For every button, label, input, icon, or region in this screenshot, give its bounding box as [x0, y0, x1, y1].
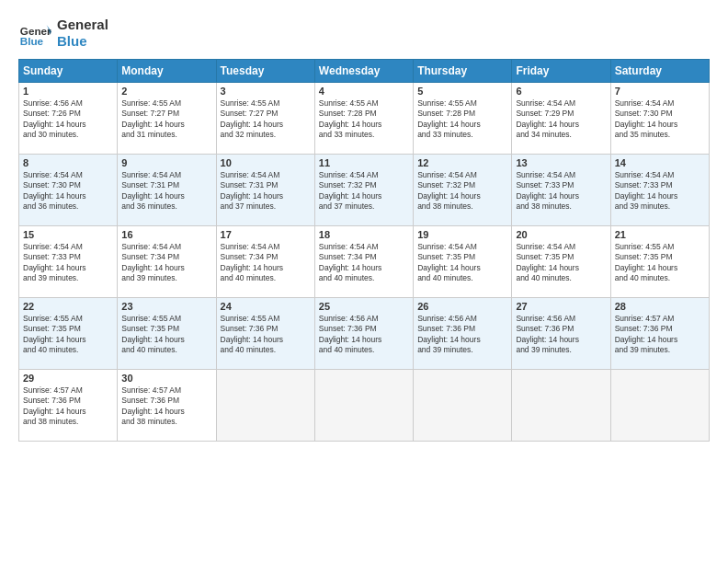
calendar-cell: 6Sunrise: 4:54 AM Sunset: 7:29 PM Daylig…	[512, 83, 610, 155]
weekday-header-friday: Friday	[512, 60, 610, 83]
cell-text: Sunrise: 4:57 AM Sunset: 7:36 PM Dayligh…	[23, 385, 113, 428]
weekday-header-saturday: Saturday	[610, 60, 709, 83]
svg-text:Blue: Blue	[20, 35, 44, 47]
calendar-cell: 21Sunrise: 4:55 AM Sunset: 7:35 PM Dayli…	[610, 226, 709, 298]
cell-text: Sunrise: 4:55 AM Sunset: 7:27 PM Dayligh…	[121, 98, 211, 141]
cell-text: Sunrise: 4:54 AM Sunset: 7:33 PM Dayligh…	[516, 170, 606, 213]
day-number: 14	[615, 157, 705, 168]
cell-text: Sunrise: 4:54 AM Sunset: 7:34 PM Dayligh…	[221, 242, 311, 284]
day-number: 11	[319, 157, 409, 168]
cell-text: Sunrise: 4:56 AM Sunset: 7:36 PM Dayligh…	[319, 314, 409, 356]
day-number: 6	[516, 86, 606, 97]
calendar-cell: 28Sunrise: 4:57 AM Sunset: 7:36 PM Dayli…	[610, 298, 709, 370]
cell-text: Sunrise: 4:54 AM Sunset: 7:29 PM Dayligh…	[516, 98, 606, 141]
calendar-cell: 4Sunrise: 4:55 AM Sunset: 7:28 PM Daylig…	[314, 83, 413, 155]
day-number: 5	[417, 86, 507, 97]
calendar-cell: 26Sunrise: 4:56 AM Sunset: 7:36 PM Dayli…	[414, 298, 512, 370]
calendar-week-3: 15Sunrise: 4:54 AM Sunset: 7:33 PM Dayli…	[19, 226, 710, 298]
calendar-cell: 2Sunrise: 4:55 AM Sunset: 7:27 PM Daylig…	[118, 83, 216, 155]
day-number: 3	[221, 86, 311, 97]
calendar-cell: 29Sunrise: 4:57 AM Sunset: 7:36 PM Dayli…	[19, 370, 118, 442]
header: General Blue General Blue	[18, 17, 710, 50]
calendar-cell: 3Sunrise: 4:55 AM Sunset: 7:27 PM Daylig…	[216, 83, 314, 155]
day-number: 16	[121, 229, 211, 240]
day-number: 23	[121, 301, 211, 312]
calendar-cell	[610, 370, 709, 442]
weekday-header-row: SundayMondayTuesdayWednesdayThursdayFrid…	[19, 60, 710, 83]
day-number: 1	[23, 86, 113, 97]
cell-text: Sunrise: 4:54 AM Sunset: 7:34 PM Dayligh…	[121, 242, 211, 284]
calendar-cell: 5Sunrise: 4:55 AM Sunset: 7:28 PM Daylig…	[414, 83, 512, 155]
day-number: 20	[516, 229, 606, 240]
logo-text: General Blue	[57, 17, 108, 50]
page: General Blue General Blue SundayMondayTu…	[0, 0, 728, 563]
calendar-cell: 24Sunrise: 4:55 AM Sunset: 7:36 PM Dayli…	[216, 298, 314, 370]
cell-text: Sunrise: 4:55 AM Sunset: 7:36 PM Dayligh…	[221, 314, 311, 356]
cell-text: Sunrise: 4:54 AM Sunset: 7:35 PM Dayligh…	[417, 242, 507, 284]
day-number: 27	[516, 301, 606, 312]
weekday-header-wednesday: Wednesday	[314, 60, 413, 83]
calendar-cell: 13Sunrise: 4:54 AM Sunset: 7:33 PM Dayli…	[512, 155, 610, 226]
calendar-week-5: 29Sunrise: 4:57 AM Sunset: 7:36 PM Dayli…	[19, 370, 710, 442]
calendar-cell	[414, 370, 512, 442]
calendar-cell: 10Sunrise: 4:54 AM Sunset: 7:31 PM Dayli…	[216, 155, 314, 226]
calendar-cell: 14Sunrise: 4:54 AM Sunset: 7:33 PM Dayli…	[610, 155, 709, 226]
calendar-cell	[512, 370, 610, 442]
calendar-cell: 19Sunrise: 4:54 AM Sunset: 7:35 PM Dayli…	[414, 226, 512, 298]
day-number: 12	[417, 157, 507, 168]
calendar-cell: 30Sunrise: 4:57 AM Sunset: 7:36 PM Dayli…	[118, 370, 216, 442]
cell-text: Sunrise: 4:55 AM Sunset: 7:35 PM Dayligh…	[121, 314, 211, 356]
day-number: 28	[615, 301, 705, 312]
cell-text: Sunrise: 4:54 AM Sunset: 7:32 PM Dayligh…	[417, 170, 507, 213]
day-number: 10	[221, 157, 311, 168]
day-number: 7	[615, 86, 705, 97]
cell-text: Sunrise: 4:54 AM Sunset: 7:33 PM Dayligh…	[615, 170, 705, 213]
day-number: 24	[221, 301, 311, 312]
cell-text: Sunrise: 4:56 AM Sunset: 7:36 PM Dayligh…	[516, 314, 606, 356]
calendar-week-2: 8Sunrise: 4:54 AM Sunset: 7:30 PM Daylig…	[19, 155, 710, 226]
weekday-header-sunday: Sunday	[19, 60, 118, 83]
day-number: 4	[319, 86, 409, 97]
cell-text: Sunrise: 4:56 AM Sunset: 7:36 PM Dayligh…	[417, 314, 507, 356]
calendar-cell: 7Sunrise: 4:54 AM Sunset: 7:30 PM Daylig…	[610, 83, 709, 155]
day-number: 15	[23, 229, 113, 240]
calendar-cell: 11Sunrise: 4:54 AM Sunset: 7:32 PM Dayli…	[314, 155, 413, 226]
calendar-cell: 23Sunrise: 4:55 AM Sunset: 7:35 PM Dayli…	[118, 298, 216, 370]
calendar-cell: 22Sunrise: 4:55 AM Sunset: 7:35 PM Dayli…	[19, 298, 118, 370]
calendar-cell: 9Sunrise: 4:54 AM Sunset: 7:31 PM Daylig…	[118, 155, 216, 226]
cell-text: Sunrise: 4:55 AM Sunset: 7:28 PM Dayligh…	[319, 98, 409, 141]
calendar-cell	[314, 370, 413, 442]
cell-text: Sunrise: 4:55 AM Sunset: 7:35 PM Dayligh…	[23, 314, 113, 356]
day-number: 18	[319, 229, 409, 240]
cell-text: Sunrise: 4:54 AM Sunset: 7:31 PM Dayligh…	[221, 170, 311, 213]
cell-text: Sunrise: 4:57 AM Sunset: 7:36 PM Dayligh…	[615, 314, 705, 356]
cell-text: Sunrise: 4:55 AM Sunset: 7:28 PM Dayligh…	[417, 98, 507, 141]
calendar-cell	[216, 370, 314, 442]
cell-text: Sunrise: 4:54 AM Sunset: 7:30 PM Dayligh…	[615, 98, 705, 141]
day-number: 2	[121, 86, 211, 97]
cell-text: Sunrise: 4:55 AM Sunset: 7:27 PM Dayligh…	[221, 98, 311, 141]
cell-text: Sunrise: 4:55 AM Sunset: 7:35 PM Dayligh…	[615, 242, 705, 284]
cell-text: Sunrise: 4:54 AM Sunset: 7:31 PM Dayligh…	[121, 170, 211, 213]
day-number: 9	[121, 157, 211, 168]
weekday-header-tuesday: Tuesday	[216, 60, 314, 83]
logo: General Blue General Blue	[18, 17, 108, 50]
calendar-cell: 1Sunrise: 4:56 AM Sunset: 7:26 PM Daylig…	[19, 83, 118, 155]
logo-icon: General Blue	[18, 17, 51, 50]
day-number: 25	[319, 301, 409, 312]
day-number: 22	[23, 301, 113, 312]
calendar-cell: 17Sunrise: 4:54 AM Sunset: 7:34 PM Dayli…	[216, 226, 314, 298]
cell-text: Sunrise: 4:54 AM Sunset: 7:35 PM Dayligh…	[516, 242, 606, 284]
calendar-cell: 18Sunrise: 4:54 AM Sunset: 7:34 PM Dayli…	[314, 226, 413, 298]
day-number: 29	[23, 373, 113, 384]
cell-text: Sunrise: 4:56 AM Sunset: 7:26 PM Dayligh…	[23, 98, 113, 141]
day-number: 30	[121, 373, 211, 384]
day-number: 13	[516, 157, 606, 168]
calendar-cell: 12Sunrise: 4:54 AM Sunset: 7:32 PM Dayli…	[414, 155, 512, 226]
cell-text: Sunrise: 4:54 AM Sunset: 7:33 PM Dayligh…	[23, 242, 113, 284]
calendar-week-4: 22Sunrise: 4:55 AM Sunset: 7:35 PM Dayli…	[19, 298, 710, 370]
weekday-header-thursday: Thursday	[414, 60, 512, 83]
cell-text: Sunrise: 4:54 AM Sunset: 7:32 PM Dayligh…	[319, 170, 409, 213]
day-number: 26	[417, 301, 507, 312]
day-number: 8	[23, 157, 113, 168]
